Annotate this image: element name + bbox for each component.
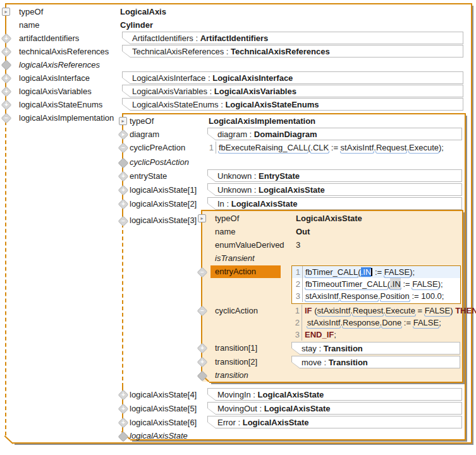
code-token[interactable]: FALSE	[425, 305, 450, 317]
code-token[interactable]: .IN	[390, 278, 401, 290]
cyclic-action-code[interactable]: 1IF (stAxisIntf.Request.Execute = FALSE)…	[291, 305, 476, 341]
code-token[interactable]: fbTimeoutTimer_CALL	[305, 278, 388, 290]
add-property-icon[interactable]: +	[118, 171, 129, 182]
line-number: 2	[291, 317, 302, 329]
cell-type: Transition	[329, 358, 368, 367]
code-token[interactable]: Execute	[409, 142, 439, 154]
code-token[interactable]: fbExecuteRaising_CALL	[219, 142, 308, 154]
state-5-cell[interactable]: MovingOut : LogicalAxisState	[207, 402, 462, 415]
cell-name: diagram	[217, 130, 247, 139]
code-line[interactable]: 1IF (stAxisIntf.Request.Execute = FALSE)…	[291, 305, 476, 317]
add-property-icon[interactable]: +	[1, 100, 12, 111]
cyclic-pre-action-code[interactable]: 1fbExecuteRaising_CALL(.CLK := stAxisInt…	[209, 142, 444, 154]
collapse-property-icon[interactable]: −	[118, 143, 129, 154]
cell-type: LogicalAxisState	[243, 418, 309, 427]
code-token[interactable]: .CLK	[310, 142, 329, 154]
code-token[interactable]: Request	[376, 142, 406, 154]
code-token: );	[438, 279, 443, 289]
structured-editor-canvas: typeOf name artifactIdentifiers technica…	[0, 0, 476, 455]
code-token[interactable]: FALSE	[413, 317, 439, 329]
cell-type: LogicalAxisState	[264, 404, 331, 413]
state3-value-enum[interactable]: 3	[296, 240, 300, 250]
state-2-cell[interactable]: In : LogicalAxisState	[207, 197, 462, 210]
cell-separator: :	[236, 418, 243, 427]
code-token: );	[410, 267, 415, 277]
logical-axis-variables-cell[interactable]: LogicalAxisVariables : LogicalAxisVariab…	[122, 85, 463, 97]
state3-value-name[interactable]: Out	[296, 227, 310, 236]
cell-name: MovingIn	[217, 390, 251, 399]
impl-value-type-of[interactable]: LogicalAxisImplementation	[209, 116, 315, 126]
code-token[interactable]: fbTimer_CALL	[305, 266, 358, 278]
code-token[interactable]: stAxisIntf	[307, 317, 341, 329]
outer-frame-left-border-dashed	[5, 121, 6, 435]
code-token[interactable]: Request	[353, 305, 383, 317]
code-token[interactable]: Execute	[386, 305, 415, 317]
code-token[interactable]: stAxisIntf	[305, 290, 339, 302]
add-property-icon[interactable]: +	[118, 404, 129, 415]
prop-name: name	[19, 20, 40, 30]
empty-property-icon[interactable]	[118, 158, 129, 169]
add-property-icon[interactable]: +	[118, 199, 129, 210]
entry-action-code-editor[interactable]: 1fbTimer_CALL(.IN := FALSE);2fbTimeoutTi…	[291, 265, 461, 304]
code-token[interactable]: stAxisIntf	[341, 142, 374, 154]
add-property-icon[interactable]: +	[1, 47, 12, 58]
add-property-icon[interactable]: +	[1, 33, 12, 44]
transition-2-cell[interactable]: move : Transition	[291, 356, 460, 368]
code-line[interactable]: 2fbTimeoutTimer_CALL(.IN := FALSE);	[292, 278, 460, 290]
diagram-cell[interactable]: diagram : DomainDiagram	[207, 128, 462, 140]
code-line[interactable]: 3stAxisIntf.Response.Position := 100.0;	[292, 290, 460, 302]
code-line[interactable]: 2 stAxisIntf.Response.Done := FALSE;	[291, 317, 476, 329]
code-token: =	[415, 306, 425, 315]
code-line[interactable]: 1fbTimer_CALL(.IN := FALSE);	[292, 266, 460, 278]
technical-axis-references-cell[interactable]: TechnicalAxisReferences : TechnicalAxisR…	[122, 45, 463, 58]
expand-icon[interactable]: ▸	[119, 117, 127, 125]
add-property-icon[interactable]: +	[1, 73, 12, 84]
open-diagram-icon[interactable]: ▸	[118, 130, 129, 140]
code-token[interactable]: FALSE	[412, 278, 437, 290]
cell-separator: :	[207, 87, 214, 96]
entry-action-selected-label[interactable]: entryAction	[211, 265, 281, 278]
cell-name: In	[217, 199, 224, 209]
cell-type: Transition	[324, 344, 363, 353]
keyword-token[interactable]: END_IF	[305, 330, 334, 339]
state-4-cell[interactable]: MovingIn : LogicalAxisState	[207, 388, 462, 401]
code-line[interactable]: 1fbExecuteRaising_CALL(.CLK := stAxisInt…	[209, 142, 444, 154]
entry-state-cell[interactable]: Unknown : EntryState	[207, 169, 462, 182]
code-line[interactable]: 3END_IF;	[291, 329, 476, 341]
add-property-icon[interactable]: +	[118, 390, 129, 401]
collapse-property-icon[interactable]: −	[1, 113, 12, 124]
add-property-icon[interactable]: +	[1, 87, 12, 97]
line-number: 3	[291, 329, 302, 341]
value-name[interactable]: Cylinder	[120, 20, 153, 30]
logical-axis-interface-cell[interactable]: LogicalAxisInterface : LogicalAxisInterf…	[122, 71, 463, 84]
cell-separator: :	[252, 185, 259, 195]
prop-technical-axis-references: technicalAxisReferences	[19, 47, 109, 56]
code-token[interactable]: FALSE	[384, 266, 410, 278]
impl-box-shadow-right	[466, 116, 467, 442]
state3-value-type-of[interactable]: LogicalAxisState	[296, 214, 362, 223]
empty-property-icon[interactable]	[1, 60, 12, 71]
code-token[interactable]: stAxisIntf	[317, 305, 351, 317]
keyword-token[interactable]: THEN	[455, 306, 476, 315]
code-token[interactable]: Response	[341, 290, 378, 302]
value-type-of[interactable]: LogicalAxis	[120, 7, 166, 16]
code-token[interactable]: Done	[382, 317, 401, 329]
add-property-icon[interactable]: +	[118, 185, 129, 196]
code-token[interactable]: Response	[343, 317, 380, 329]
selected-token[interactable]: .IN	[361, 267, 372, 277]
expand-icon[interactable]: ▸	[2, 8, 10, 16]
expand-icon[interactable]: ▸	[198, 214, 206, 222]
keyword-token[interactable]: IF	[305, 306, 312, 315]
state3-prop-typeof: typeOf	[215, 214, 239, 223]
cell-type: LogicalAxisState	[231, 199, 298, 209]
add-property-icon[interactable]: +	[118, 418, 129, 428]
state-1-cell[interactable]: Unknown : LogicalAxisState	[207, 183, 462, 196]
code-token[interactable]: Position	[381, 290, 410, 302]
impl-prop-cyclic-post-action: cyclicPostAction	[130, 157, 189, 167]
logical-axis-state-enums-cell[interactable]: LogicalAxisStateEnums : LogicalAxisState…	[122, 98, 463, 111]
collapse-property-icon[interactable]: −	[118, 216, 129, 227]
state-6-cell[interactable]: Error : LogicalAxisState	[207, 416, 462, 428]
artifact-identifiers-cell[interactable]: ArtifactIdentifiers : ArtifactIdentifier…	[122, 32, 463, 44]
transition-1-cell[interactable]: stay : Transition	[291, 342, 460, 355]
empty-property-icon[interactable]	[118, 432, 129, 442]
